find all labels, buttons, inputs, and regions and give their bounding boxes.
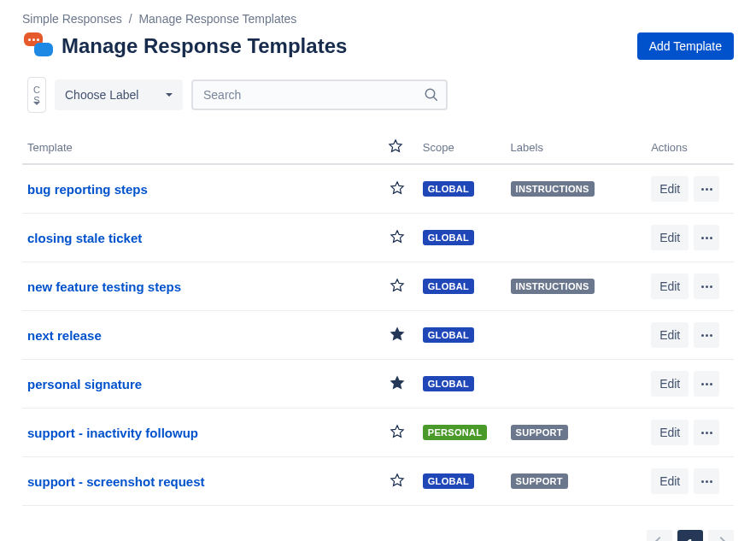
more-actions-button[interactable] xyxy=(694,273,719,299)
ellipsis-icon xyxy=(701,285,712,288)
star-icon xyxy=(390,278,405,293)
svg-point-0 xyxy=(425,89,435,98)
star-icon xyxy=(390,229,405,244)
chevron-left-icon xyxy=(653,537,665,541)
table-row: support - screenshot requestGLOBALSUPPOR… xyxy=(22,457,734,506)
table-row: personal signatureGLOBALEdit xyxy=(22,360,734,409)
more-actions-button[interactable] xyxy=(694,371,719,397)
star-icon xyxy=(390,180,405,196)
more-actions-button[interactable] xyxy=(694,468,719,494)
favorite-star-button[interactable] xyxy=(388,227,407,249)
ellipsis-icon xyxy=(701,237,712,239)
ellipsis-icon xyxy=(701,432,712,434)
breadcrumb: Simple Responses / Manage Response Templ… xyxy=(22,12,734,26)
svg-line-1 xyxy=(433,97,437,101)
label-filter-select[interactable]: Choose Label xyxy=(55,79,183,110)
column-header-template: Template xyxy=(22,132,383,164)
edit-button[interactable]: Edit xyxy=(651,225,689,250)
scope-filter-line1: C xyxy=(33,85,40,95)
label-badge: SUPPORT xyxy=(511,425,568,440)
table-row: next releaseGLOBALEdit xyxy=(22,311,734,360)
template-name-link[interactable]: bug reporting steps xyxy=(27,182,148,197)
favorite-star-button[interactable] xyxy=(388,471,407,492)
scope-badge: GLOBAL xyxy=(423,327,474,343)
star-icon xyxy=(388,138,403,154)
svg-marker-3 xyxy=(391,181,403,193)
svg-marker-9 xyxy=(391,473,403,485)
ellipsis-icon xyxy=(701,383,712,385)
scope-badge: GLOBAL xyxy=(423,230,474,245)
favorite-star-button[interactable] xyxy=(388,325,407,346)
star-icon xyxy=(390,473,405,488)
more-actions-button[interactable] xyxy=(694,420,719,445)
favorite-star-button[interactable] xyxy=(388,422,407,444)
pagination-prev-button[interactable] xyxy=(647,530,672,541)
column-header-labels: Labels xyxy=(506,132,647,164)
search-icon xyxy=(424,87,439,103)
svg-marker-4 xyxy=(391,230,403,242)
svg-marker-6 xyxy=(391,327,403,339)
label-badge: SUPPORT xyxy=(511,473,568,489)
breadcrumb-separator: / xyxy=(129,12,132,26)
chat-bubbles-icon xyxy=(22,31,53,62)
edit-button[interactable]: Edit xyxy=(651,273,689,299)
edit-button[interactable]: Edit xyxy=(651,371,689,397)
more-actions-button[interactable] xyxy=(694,225,719,250)
svg-marker-5 xyxy=(391,279,403,291)
star-icon xyxy=(390,326,405,342)
more-actions-button[interactable] xyxy=(694,322,719,348)
table-row: bug reporting stepsGLOBALINSTRUCTIONSEdi… xyxy=(22,164,734,214)
template-name-link[interactable]: closing stale ticket xyxy=(27,231,142,245)
svg-marker-2 xyxy=(390,140,401,152)
edit-button[interactable]: Edit xyxy=(651,176,689,202)
label-filter-placeholder: Choose Label xyxy=(65,88,138,102)
table-row: new feature testing stepsGLOBALINSTRUCTI… xyxy=(22,262,734,311)
label-badge: INSTRUCTIONS xyxy=(511,181,595,197)
column-header-star xyxy=(383,132,418,164)
favorite-star-button[interactable] xyxy=(388,179,407,200)
star-icon xyxy=(390,424,405,439)
star-icon xyxy=(390,375,405,391)
template-name-link[interactable]: support - screenshot request xyxy=(27,474,205,489)
pagination-page-1[interactable]: 1 xyxy=(677,530,703,541)
table-row: support - inactivity followupPERSONALSUP… xyxy=(22,409,734,457)
table-row: closing stale ticketGLOBALEdit xyxy=(22,214,734,262)
more-actions-button[interactable] xyxy=(694,176,719,202)
page-title: Manage Response Templates xyxy=(62,34,347,58)
svg-marker-7 xyxy=(391,376,403,388)
scope-badge: GLOBAL xyxy=(423,376,474,391)
edit-button[interactable]: Edit xyxy=(651,322,689,348)
edit-button[interactable]: Edit xyxy=(651,420,689,445)
ellipsis-icon xyxy=(701,480,712,483)
template-name-link[interactable]: support - inactivity followup xyxy=(27,426,198,440)
favorite-star-button[interactable] xyxy=(388,276,407,297)
column-header-actions: Actions xyxy=(646,132,734,164)
pagination: 1 xyxy=(22,530,734,541)
scope-badge: GLOBAL xyxy=(423,181,474,197)
scope-badge: GLOBAL xyxy=(423,473,474,489)
templates-table: Template Scope Labels Actions bug report… xyxy=(22,132,734,506)
template-name-link[interactable]: personal signature xyxy=(27,377,142,391)
label-badge: INSTRUCTIONS xyxy=(511,279,595,294)
ellipsis-icon xyxy=(701,188,712,191)
pagination-next-button[interactable] xyxy=(708,530,734,541)
breadcrumb-parent[interactable]: Simple Responses xyxy=(22,12,122,26)
scope-filter-line2: S xyxy=(33,95,39,105)
scope-filter-select[interactable]: C S xyxy=(27,77,46,113)
add-template-button[interactable]: Add Template xyxy=(637,32,734,60)
template-name-link[interactable]: new feature testing steps xyxy=(27,279,181,294)
template-name-link[interactable]: next release xyxy=(27,328,102,343)
search-input[interactable] xyxy=(191,79,448,110)
breadcrumb-current: Manage Response Templates xyxy=(138,12,296,26)
edit-button[interactable]: Edit xyxy=(651,468,689,494)
favorite-star-button[interactable] xyxy=(388,373,407,395)
svg-marker-8 xyxy=(391,425,403,437)
ellipsis-icon xyxy=(701,334,712,337)
chevron-right-icon xyxy=(715,537,727,541)
scope-badge: PERSONAL xyxy=(423,425,488,440)
scope-badge: GLOBAL xyxy=(423,279,474,294)
column-header-scope: Scope xyxy=(418,132,506,164)
